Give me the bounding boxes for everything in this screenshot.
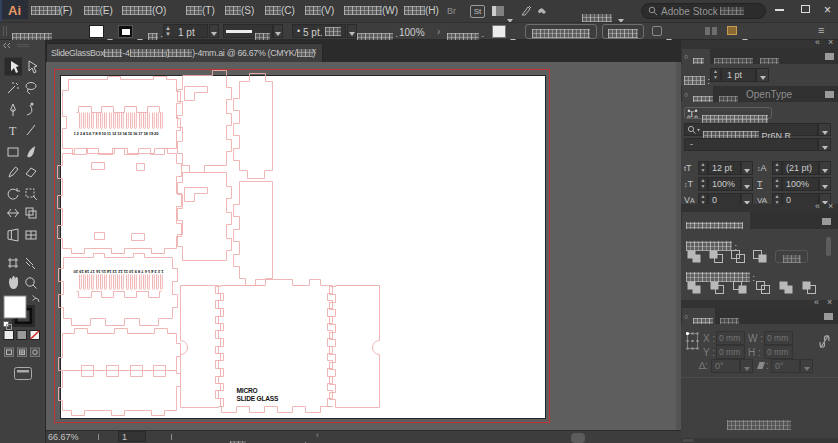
svg-text:T: T [9, 124, 17, 138]
svg-text:MICRO: MICRO [237, 387, 258, 394]
svg-text:1 2 3 4 5 6 7 8 9 10 11 12 13: 1 2 3 4 5 6 7 8 9 10 11 12 13 14 15 16 1… [73, 269, 164, 274]
svg-text:1 2 3 4 5 6 7 8 9 10 11 12 13: 1 2 3 4 5 6 7 8 9 10 11 12 13 14 15 16 1… [74, 131, 160, 136]
svg-text:SLIDE GLASS: SLIDE GLASS [237, 395, 280, 402]
